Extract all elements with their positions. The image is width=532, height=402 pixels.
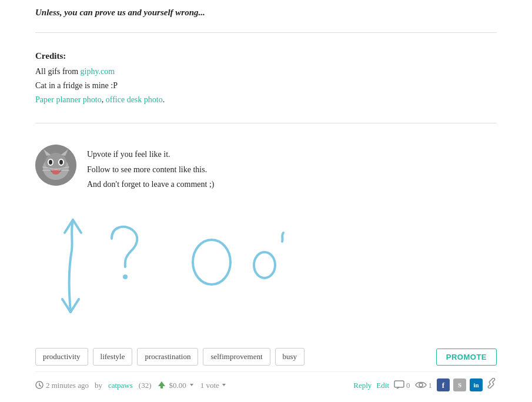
author-message: Upvote if you feel like it. Follow to se…: [87, 145, 214, 192]
svg-marker-26: [222, 384, 226, 386]
intro-text: Unless, you can prove us and yourself wr…: [35, 0, 497, 22]
clock-icon: [35, 381, 44, 389]
credits-title: Credits:: [35, 49, 497, 63]
vote-count-text: 1 vote: [200, 380, 219, 391]
svg-point-19: [254, 252, 275, 278]
credits-comma: ,: [102, 95, 104, 104]
paper-planner-link[interactable]: Paper planner photo: [35, 95, 102, 104]
svg-rect-27: [394, 381, 404, 387]
svg-point-9: [49, 160, 52, 165]
svg-marker-25: [190, 384, 193, 386]
footer-by: by: [95, 380, 102, 391]
vote-dropdown-icon[interactable]: [221, 382, 227, 388]
divider-2: [35, 123, 497, 123]
svg-rect-24: [160, 386, 163, 388]
author-follow: Follow to see more content like this.: [87, 162, 214, 177]
tag-lifestyle[interactable]: lifestyle: [93, 348, 133, 366]
intro-bold-italic: and yourself: [128, 8, 173, 17]
tag-busy[interactable]: busy: [275, 348, 305, 366]
sketch-area: [35, 197, 497, 343]
reply-link[interactable]: Reply: [353, 380, 372, 391]
svg-point-29: [419, 383, 423, 387]
author-name-link[interactable]: catpaws: [108, 380, 133, 391]
svg-point-17: [123, 274, 128, 279]
author-rep: (32): [139, 380, 152, 391]
credits-gifs-prefix: All gifs from: [35, 67, 81, 76]
intro-before: Unless, you can prove us: [35, 8, 128, 17]
author-section: Upvote if you feel like it. Follow to se…: [35, 134, 497, 197]
views-section: 1: [415, 380, 433, 391]
svg-line-22: [39, 386, 41, 387]
upvote-icon: [157, 380, 166, 390]
footer-votes: $0.00: [157, 380, 194, 391]
office-desk-link[interactable]: office desk photo: [106, 95, 163, 104]
edit-link[interactable]: Edit: [376, 380, 389, 391]
tags-row: productivity lifestyle procrastination s…: [35, 342, 497, 371]
comments-icon: [394, 380, 404, 390]
tag-procrastination[interactable]: procrastination: [137, 348, 198, 366]
credits-cat: Cat in a fridge is mine :P: [35, 81, 118, 90]
tag-productivity[interactable]: productivity: [35, 348, 88, 366]
footer-time: 2 minutes ago: [35, 380, 89, 391]
credits-period: .: [163, 95, 165, 104]
facebook-icon[interactable]: f: [437, 378, 450, 391]
intro-after: wrong...: [173, 8, 205, 17]
steemit-icon[interactable]: S: [453, 378, 466, 391]
sketch-svg: [35, 203, 388, 327]
vote-amount: $0.00: [169, 380, 186, 391]
giphy-link[interactable]: giphy.com: [81, 67, 115, 76]
tag-selfimprovement[interactable]: selfimprovement: [203, 348, 270, 366]
divider-1: [35, 32, 497, 33]
svg-point-10: [59, 160, 63, 165]
svg-point-18: [193, 240, 230, 284]
social-icons: f S in: [437, 378, 497, 393]
time-text: 2 minutes ago: [46, 380, 89, 391]
avatar: [35, 145, 76, 186]
avatar-image: [35, 145, 76, 186]
eye-icon: [415, 381, 427, 389]
comments-section: 0: [394, 380, 410, 391]
copy-link-icon[interactable]: [486, 378, 497, 393]
author-comment: And don't forget to leave a comment ;): [87, 177, 214, 192]
credits-section: Credits: All gifs from giphy.com Cat in …: [35, 43, 497, 113]
vote-count: 1 vote: [200, 380, 227, 391]
views-count: 1: [429, 380, 433, 391]
linkedin-icon[interactable]: in: [470, 378, 483, 391]
promote-button[interactable]: PROMOTE: [436, 349, 497, 366]
author-upvote: Upvote if you feel like it.: [87, 147, 214, 162]
dropdown-icon[interactable]: [189, 382, 195, 388]
footer-actions: Reply Edit 0 1 f S: [353, 378, 497, 393]
credits-text: All gifs from giphy.com Cat in a fridge …: [35, 65, 497, 106]
footer-row: 2 minutes ago by catpaws (32) $0.00 1 vo…: [35, 371, 497, 398]
comments-count: 0: [406, 380, 410, 391]
svg-marker-23: [158, 381, 165, 386]
